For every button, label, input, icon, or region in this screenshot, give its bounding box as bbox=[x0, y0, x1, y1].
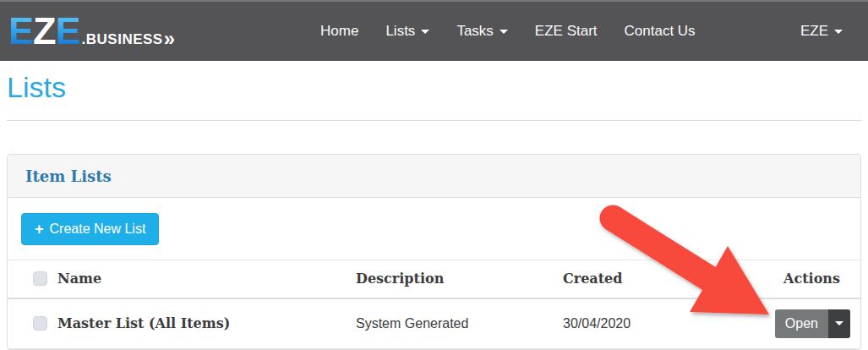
panel-heading: Item Lists bbox=[8, 155, 860, 198]
nav-item-label: Lists bbox=[385, 23, 415, 39]
panel-body: + Create New List Name Description Creat… bbox=[8, 198, 860, 349]
logo[interactable]: EZE .BUSINESS» bbox=[8, 12, 173, 51]
create-new-list-button[interactable]: + Create New List bbox=[21, 213, 159, 245]
nav-item-contact-us[interactable]: Contact Us bbox=[611, 14, 709, 48]
caret-down-icon bbox=[834, 30, 843, 34]
nav-item-tasks[interactable]: Tasks bbox=[443, 14, 521, 48]
page-title: Lists bbox=[7, 73, 861, 101]
logo-wordmark: EZE bbox=[8, 12, 80, 50]
main-nav: Home Lists Tasks EZE Start Contact Us bbox=[307, 14, 709, 48]
logo-business-text: BUSINESS bbox=[86, 31, 163, 47]
logo-letter: E bbox=[56, 9, 80, 52]
nav-item-eze-start[interactable]: EZE Start bbox=[521, 14, 611, 48]
table-header-row: Name Description Created Actions bbox=[8, 260, 860, 298]
column-header-name: Name bbox=[57, 271, 101, 287]
table-row: Master List (All Items) System Generated… bbox=[8, 298, 860, 349]
navbar: EZE .BUSINESS» Home Lists Tasks EZE Star… bbox=[0, 0, 868, 61]
nav-item-label: EZE Start bbox=[535, 23, 598, 39]
list-name: Master List (All Items) bbox=[57, 315, 230, 331]
logo-letter: Z bbox=[33, 9, 56, 52]
nav-item-home[interactable]: Home bbox=[307, 14, 372, 48]
list-description: System Generated bbox=[346, 298, 553, 349]
caret-down-icon bbox=[500, 30, 508, 34]
double-chevron-right-icon: » bbox=[164, 27, 173, 50]
logo-letter: E bbox=[8, 9, 33, 52]
caret-down-icon bbox=[835, 321, 843, 325]
panel-title: Item Lists bbox=[25, 167, 112, 185]
list-created-date: 30/04/2020 bbox=[553, 298, 764, 349]
divider bbox=[7, 120, 861, 121]
open-split-button: Open bbox=[775, 309, 850, 338]
item-lists-panel: Item Lists + Create New List Name bbox=[7, 154, 861, 350]
column-header-created: Created bbox=[553, 260, 764, 298]
nav-item-lists[interactable]: Lists bbox=[372, 14, 443, 48]
caret-down-icon bbox=[421, 30, 429, 34]
column-header-description: Description bbox=[346, 260, 553, 298]
select-all-checkbox[interactable] bbox=[33, 271, 47, 286]
nav-item-label: Contact Us bbox=[625, 23, 696, 39]
nav-item-label: EZE bbox=[800, 23, 828, 39]
column-header-actions: Actions bbox=[764, 260, 860, 298]
page-container: Lists Item Lists + Create New List Name bbox=[0, 73, 868, 350]
create-new-list-label: Create New List bbox=[50, 221, 146, 237]
nav-item-label: Tasks bbox=[456, 23, 493, 39]
nav-item-label: Home bbox=[320, 23, 358, 39]
nav-item-eze-account-dropdown[interactable]: EZE bbox=[787, 14, 856, 48]
open-dropdown-toggle[interactable] bbox=[828, 309, 850, 338]
row-checkbox[interactable] bbox=[33, 316, 47, 331]
item-lists-table: Name Description Created Actions Ma bbox=[8, 260, 860, 349]
plus-icon: + bbox=[35, 221, 44, 237]
open-button[interactable]: Open bbox=[775, 309, 828, 338]
logo-suffix: .BUSINESS» bbox=[82, 27, 174, 51]
